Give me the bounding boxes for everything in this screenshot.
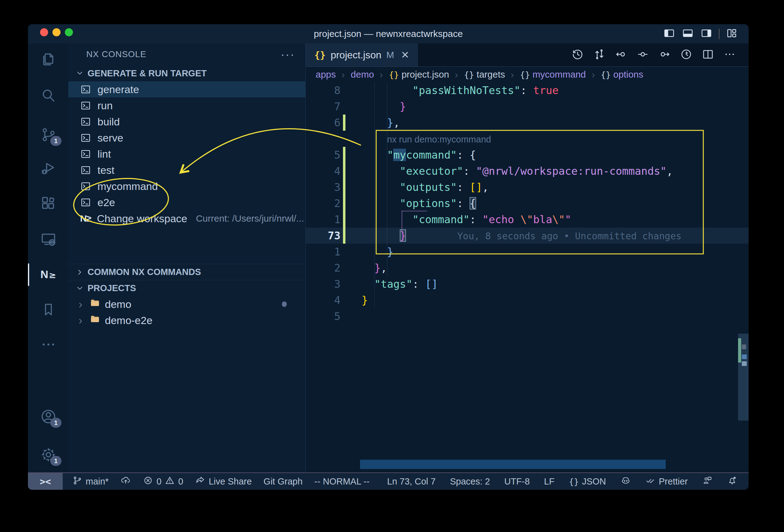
section-header-common-nx-commands[interactable]: COMMON NX COMMANDS [68, 264, 305, 280]
breadcrumb-item-apps[interactable]: apps [316, 69, 336, 80]
code-line[interactable]: 8 "passWithNoTests": true [306, 82, 749, 99]
status-git-branch[interactable]: main* [72, 475, 109, 488]
status-copilot[interactable] [620, 475, 631, 488]
activity-item-extensions[interactable] [40, 195, 57, 212]
token: " [387, 149, 393, 161]
terminal-icon [80, 84, 91, 95]
customize-layout-icon[interactable] [726, 27, 738, 41]
run-target-label: serve [97, 132, 123, 144]
tab-close-icon[interactable]: ✕ [401, 49, 410, 61]
breadcrumb-item-options[interactable]: {}options [601, 69, 643, 80]
code-line[interactable]: 1 } [306, 244, 749, 260]
code-editor[interactable]: 8 "passWithNoTests": true7 }6 }, nx run … [306, 82, 749, 472]
gutter-next-icon[interactable] [658, 48, 671, 62]
status-indentation[interactable]: Spaces: 2 [450, 476, 490, 487]
code-text: "mycommand": { [362, 147, 476, 163]
split-editor-icon[interactable] [701, 48, 715, 62]
code-line[interactable]: 1 "command": "echo \"bla\"" [306, 212, 749, 227]
history-icon[interactable] [571, 48, 584, 62]
status-git-graph[interactable]: Git Graph [263, 476, 303, 487]
code-text: "command": "echo \"bla\"" [362, 212, 571, 227]
tab-project-json[interactable]: {} project.json M ✕ [306, 44, 418, 66]
sidebar-item-change-workspace[interactable]: N≥ Change workspace Current: /Users/juri… [68, 211, 305, 227]
token: bla [533, 213, 552, 226]
session-clock-icon[interactable] [680, 48, 693, 62]
code-line[interactable]: 2 "options": { [306, 195, 749, 212]
sidebar-item-run[interactable]: run [68, 97, 305, 114]
code-line[interactable]: 7 } [306, 99, 749, 115]
horizontal-scrollbar[interactable] [360, 460, 666, 469]
activity-item-remote-explorer[interactable] [40, 231, 57, 248]
status-problems[interactable]: 00 [143, 475, 183, 488]
activity-item-search[interactable] [40, 87, 57, 104]
more-icon[interactable] [723, 48, 736, 62]
breadcrumb-label: demo [351, 69, 374, 80]
sidebar-item-build[interactable]: build [68, 114, 305, 130]
status-feedback[interactable] [702, 475, 712, 488]
status-language-mode[interactable]: {}JSON [569, 476, 606, 487]
sidebar-item-test[interactable]: test [68, 162, 305, 178]
code-line[interactable]: 2 }, [306, 260, 749, 276]
status-cursor-position[interactable]: Ln 73, Col 7 [387, 476, 436, 487]
sidebar-more-actions-icon[interactable]: ··· [281, 51, 295, 57]
activity-item-manage[interactable]: 1 [40, 446, 57, 464]
badge: 1 [50, 136, 61, 146]
code-text: }You, 8 seconds ago • Uncommitted change… [362, 227, 681, 244]
code-line-current[interactable]: 73 }You, 8 seconds ago • Uncommitted cha… [306, 227, 749, 244]
layout-sidebar-left-icon[interactable] [663, 27, 675, 41]
section-header-projects[interactable]: PROJECTS [68, 280, 305, 296]
status-eol[interactable]: LF [544, 476, 555, 487]
sidebar-item-lint[interactable]: lint [68, 146, 305, 162]
status-live-share[interactable]: Live Share [195, 475, 252, 488]
activity-item-accounts[interactable]: 1 [40, 408, 57, 425]
status-formatter-prettier[interactable]: Prettier [645, 475, 688, 488]
line-number: 2 [306, 195, 340, 212]
breadcrumb-item-targets[interactable]: {}targets [464, 69, 505, 80]
breadcrumb-item-mycommand[interactable]: {}mycommand [520, 69, 586, 80]
status-vim-mode[interactable]: -- NORMAL -- [314, 476, 370, 487]
code-line[interactable]: 3 "tags": [] [306, 276, 749, 292]
status-remote-indicator[interactable]: >< [28, 473, 63, 490]
activity-item-bookmarks[interactable] [40, 301, 57, 318]
status-bar: ><main*00Live ShareGit Graph-- NORMAL --… [28, 472, 749, 490]
status-label: 0 [157, 476, 161, 487]
code-line[interactable]: nx run demo:mycommand [306, 131, 749, 147]
breadcrumb-item-demo[interactable]: demo [351, 69, 374, 80]
code-line[interactable]: 4 "executor": "@nrwl/workspace:run-comma… [306, 163, 749, 179]
code-line[interactable]: 5 "mycommand": { [306, 147, 749, 163]
code-line[interactable]: 6 }, [306, 115, 749, 131]
activity-item-source-control[interactable]: 1 [40, 126, 57, 143]
section-header-generate-run-target[interactable]: GENERATE & RUN TARGET [68, 65, 305, 81]
compare-changes-icon[interactable] [593, 48, 606, 62]
nx-icon: N≥ [40, 265, 57, 283]
layout-sidebar-right-icon[interactable] [700, 27, 712, 41]
layout-panel-icon[interactable] [681, 27, 694, 41]
gutter-prev-icon[interactable] [615, 48, 627, 62]
activity-item-nx-console[interactable]: N≥ [40, 265, 57, 283]
activity-item-run-and-debug[interactable] [40, 160, 57, 177]
sidebar-item-serve[interactable]: serve [68, 130, 305, 146]
code-line[interactable]: 4} [306, 292, 749, 308]
sidebar-item-mycommand[interactable]: mycommand [68, 178, 305, 194]
project-item-demo[interactable]: demo [68, 296, 305, 312]
code-line[interactable]: 3 "outputs": [], [306, 179, 749, 195]
line-number: 2 [306, 260, 340, 276]
status-sync-changes[interactable] [120, 475, 131, 488]
sidebar-item-e2e[interactable]: e2e [68, 194, 305, 211]
json-symbol-icon: {} [464, 70, 474, 80]
sidebar-item-generate[interactable]: generate [68, 81, 305, 97]
status-encoding[interactable]: UTF-8 [504, 476, 530, 487]
breadcrumb-item-project.json[interactable]: {}project.json [389, 69, 449, 80]
files-icon [40, 50, 57, 68]
code-text: }, [362, 260, 387, 276]
token: : [457, 149, 470, 161]
activity-item-additional-views[interactable] [40, 336, 57, 353]
line-number: 5 [306, 308, 340, 324]
code-line[interactable]: 5 [306, 308, 749, 324]
titlebar-layout-controls [663, 24, 738, 44]
gutter-middle-icon[interactable] [636, 48, 649, 62]
token: , [381, 262, 387, 274]
project-item-demo-e2e[interactable]: demo-e2e [68, 312, 305, 328]
status-notifications[interactable] [727, 475, 737, 488]
activity-item-explorer[interactable] [40, 50, 57, 68]
